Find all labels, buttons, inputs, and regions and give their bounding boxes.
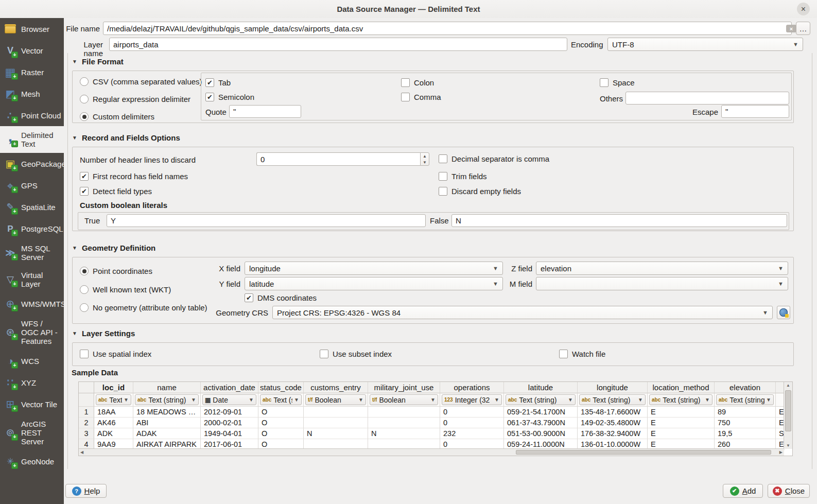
use-subset-index-checkbox[interactable]: Use subset index [320, 350, 392, 358]
false-literal-input[interactable] [451, 214, 787, 227]
csv-radio[interactable]: CSV (comma separated values) [80, 77, 202, 86]
column-type-combo[interactable]: abcText (string)▼ [579, 394, 646, 405]
column-header[interactable]: name [133, 382, 201, 393]
table-vertical-scrollbar[interactable]: ▲ ▼ [784, 382, 792, 449]
sidebar-item-vector-tile[interactable]: Vector Tile [0, 393, 64, 415]
clear-file-name-icon[interactable]: × [786, 25, 796, 32]
sidebar-item-wfs-ogc-api[interactable]: WFS / OGC API - Features [0, 315, 64, 350]
no-geometry-radio[interactable]: No geometry (attribute only table) [80, 303, 207, 312]
others-input[interactable] [625, 92, 789, 105]
spin-up-icon[interactable]: ▲ [421, 153, 429, 159]
sidebar-item-arcgis-rest-server[interactable]: ArcGIS REST Server [0, 415, 64, 450]
spin-down-icon[interactable]: ▼ [421, 159, 429, 165]
sidebar-item-virtual-layer[interactable]: Virtual Layer [0, 266, 64, 293]
header-lines-input[interactable] [256, 152, 420, 166]
decimal-comma-checkbox[interactable]: Decimal separator is comma [439, 154, 549, 163]
x-field-select[interactable]: longitude▼ [245, 262, 503, 275]
escape-input[interactable] [721, 105, 789, 118]
dms-coordinates-checkbox[interactable]: DMS coordinates [245, 293, 317, 302]
watch-file-checkbox[interactable]: Watch file [559, 350, 605, 358]
column-type-combo[interactable]: t/fBoolean▼ [370, 394, 438, 405]
m-field-select[interactable]: ▼ [536, 277, 788, 290]
column-type-combo[interactable]: 123Integer (32▼ [442, 394, 502, 405]
column-header[interactable]: loc_id [94, 382, 133, 393]
trim-fields-checkbox[interactable]: Trim fields [439, 172, 487, 181]
scroll-left-icon[interactable]: ◀ [80, 449, 83, 456]
first-record-checkbox[interactable]: First record has field names [80, 172, 188, 181]
column-header[interactable]: status_code [258, 382, 304, 393]
point-coordinates-radio[interactable]: Point coordinates [80, 267, 152, 275]
custom-delimiters-radio[interactable]: Custom delimiters [80, 112, 154, 121]
sidebar-item-geonode[interactable]: GeoNode [0, 450, 64, 472]
column-header[interactable]: elevation [715, 382, 776, 393]
scroll-right-icon[interactable]: ▶ [779, 449, 783, 456]
layer-settings-section-header[interactable]: ▼ Layer Settings [72, 329, 135, 338]
discard-empty-fields-checkbox[interactable]: Discard empty fields [439, 187, 521, 196]
column-type-combo[interactable]: abcText (st▼ [260, 394, 302, 405]
scroll-down-icon[interactable]: ▼ [784, 443, 792, 448]
column-header[interactable]: military_joint_use [368, 382, 440, 393]
sidebar-item-mesh[interactable]: Mesh [0, 83, 64, 105]
help-button[interactable]: ? Help [65, 484, 107, 498]
file-name-input[interactable] [103, 22, 792, 35]
sidebar-item-browser[interactable]: Browser [0, 18, 64, 40]
use-spatial-index-checkbox[interactable]: Use spatial index [80, 350, 151, 358]
column-header[interactable]: activation_date [201, 382, 258, 393]
encoding-select[interactable]: UTF-8▼ [607, 38, 803, 51]
space-checkbox[interactable]: Space [600, 78, 635, 87]
column-type-combo[interactable]: abcText▼ [96, 394, 131, 405]
column-header[interactable]: customs_entry [304, 382, 368, 393]
sidebar-item-wms-wmts[interactable]: WMS/WMTS [0, 293, 64, 315]
z-field-select[interactable]: elevation▼ [536, 262, 788, 275]
column-header[interactable]: operations [440, 382, 504, 393]
sidebar-item-postgresql[interactable]: PostgreSQL [0, 218, 64, 239]
sidebar-item-wcs[interactable]: WCS [0, 350, 64, 372]
sidebar-item-ms-sql-server[interactable]: MS SQL Server [0, 239, 64, 266]
sidebar-item-point-cloud[interactable]: Point Cloud [0, 105, 64, 126]
sidebar-item-vector[interactable]: Vector [0, 40, 64, 61]
column-type-combo[interactable]: abcText (string)▼ [649, 394, 712, 405]
sidebar-item-geopackage[interactable]: GeoPackage [0, 153, 64, 175]
select-crs-button[interactable] [777, 306, 790, 319]
table-cell: O [258, 428, 304, 439]
sidebar-item-xyz[interactable]: XYZ [0, 372, 64, 393]
column-type-combo[interactable]: ▦Date▼ [202, 394, 256, 405]
table-horizontal-scrollbar[interactable]: ◀ ▶ [79, 448, 784, 456]
vertical-scroll-thumb[interactable] [785, 390, 791, 431]
column-type-combo[interactable]: abcText (string▼ [716, 394, 774, 405]
collapse-triangle-icon: ▼ [72, 245, 77, 251]
browse-file-button[interactable]: … [796, 22, 810, 35]
column-type-combo[interactable]: abcText (string)▼ [506, 394, 576, 405]
column-header[interactable]: latitude [504, 382, 578, 393]
header-lines-spinner[interactable]: ▲▼ [256, 152, 429, 166]
column-header[interactable]: location_method [648, 382, 715, 393]
wkt-radio[interactable]: Well known text (WKT) [80, 285, 171, 294]
column-type-combo[interactable]: abcText (string)▼ [135, 394, 199, 405]
spinner-buttons[interactable]: ▲▼ [420, 152, 429, 166]
comma-checkbox[interactable]: Comma [401, 93, 441, 101]
horizontal-scroll-thumb[interactable] [516, 450, 771, 455]
sidebar-item-raster[interactable]: Raster [0, 61, 64, 83]
detect-field-types-checkbox[interactable]: Detect field types [80, 187, 152, 196]
tab-checkbox[interactable]: Tab [205, 78, 231, 87]
geometry-definition-section-header[interactable]: ▼ Geometry Definition [72, 244, 155, 252]
sidebar-item-spatialite[interactable]: SpatiaLite [0, 196, 64, 218]
true-literal-input[interactable] [107, 214, 426, 227]
sidebar-item-gps[interactable]: GPS [0, 175, 64, 196]
column-header[interactable]: longitude [578, 382, 648, 393]
close-button[interactable]: ✖ Close [768, 484, 810, 498]
sidebar-item-delimited-text[interactable]: Delimited Text [0, 126, 64, 153]
column-type-combo[interactable]: t/fBoolean▼ [305, 394, 366, 405]
add-button[interactable]: ✔ Add [723, 484, 763, 498]
semicolon-checkbox[interactable]: Semicolon [205, 93, 254, 101]
layer-name-input[interactable] [109, 38, 567, 51]
colon-checkbox[interactable]: Colon [401, 78, 434, 87]
geometry-crs-select[interactable]: Project CRS: EPSG:4326 - WGS 84▼ [272, 306, 773, 319]
y-field-select[interactable]: latitude▼ [245, 277, 503, 290]
quote-input[interactable] [229, 105, 301, 118]
regex-delimiter-radio[interactable]: Regular expression delimiter [80, 95, 190, 103]
scroll-up-icon[interactable]: ▲ [784, 383, 792, 388]
file-format-section-header[interactable]: ▼ File Format [72, 57, 124, 66]
record-fields-section-header[interactable]: ▼ Record and Fields Options [72, 133, 180, 142]
window-close-button[interactable]: × [797, 3, 810, 15]
